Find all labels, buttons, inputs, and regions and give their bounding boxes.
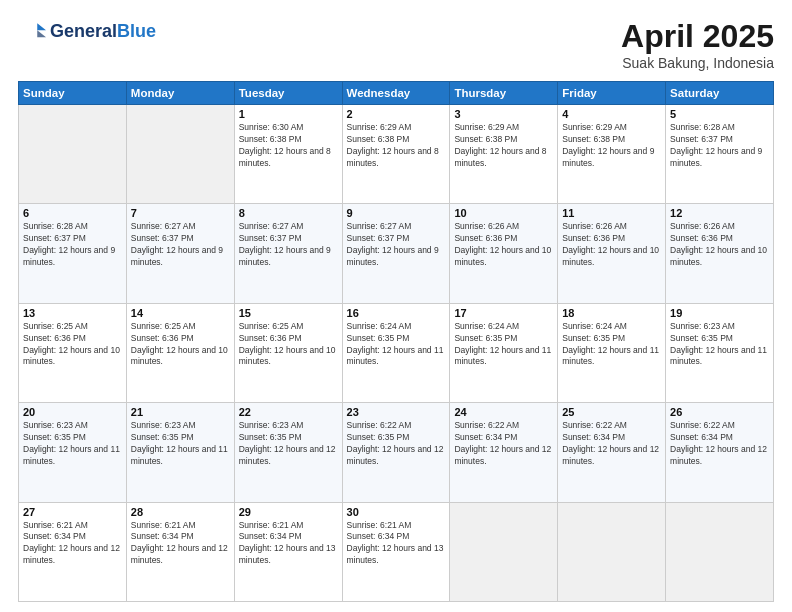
calendar-table: SundayMondayTuesdayWednesdayThursdayFrid… bbox=[18, 81, 774, 602]
day-number: 5 bbox=[670, 108, 769, 120]
day-number: 29 bbox=[239, 506, 338, 518]
svg-marker-1 bbox=[37, 30, 46, 37]
calendar-week-row: 6Sunrise: 6:28 AM Sunset: 6:37 PM Daylig… bbox=[19, 204, 774, 303]
day-number: 19 bbox=[670, 307, 769, 319]
day-info: Sunrise: 6:25 AM Sunset: 6:36 PM Dayligh… bbox=[23, 321, 122, 369]
day-info: Sunrise: 6:24 AM Sunset: 6:35 PM Dayligh… bbox=[562, 321, 661, 369]
day-info: Sunrise: 6:29 AM Sunset: 6:38 PM Dayligh… bbox=[347, 122, 446, 170]
day-number: 2 bbox=[347, 108, 446, 120]
day-number: 15 bbox=[239, 307, 338, 319]
calendar-cell bbox=[666, 502, 774, 601]
weekday-header: Monday bbox=[126, 82, 234, 105]
day-number: 21 bbox=[131, 406, 230, 418]
day-info: Sunrise: 6:21 AM Sunset: 6:34 PM Dayligh… bbox=[347, 520, 446, 568]
day-info: Sunrise: 6:23 AM Sunset: 6:35 PM Dayligh… bbox=[131, 420, 230, 468]
logo-line1: GeneralBlue bbox=[50, 22, 156, 42]
day-info: Sunrise: 6:24 AM Sunset: 6:35 PM Dayligh… bbox=[347, 321, 446, 369]
day-number: 11 bbox=[562, 207, 661, 219]
calendar-cell: 1Sunrise: 6:30 AM Sunset: 6:38 PM Daylig… bbox=[234, 105, 342, 204]
day-info: Sunrise: 6:22 AM Sunset: 6:34 PM Dayligh… bbox=[562, 420, 661, 468]
calendar-cell: 6Sunrise: 6:28 AM Sunset: 6:37 PM Daylig… bbox=[19, 204, 127, 303]
calendar-cell bbox=[126, 105, 234, 204]
day-info: Sunrise: 6:27 AM Sunset: 6:37 PM Dayligh… bbox=[239, 221, 338, 269]
calendar-cell: 26Sunrise: 6:22 AM Sunset: 6:34 PM Dayli… bbox=[666, 403, 774, 502]
weekday-row: SundayMondayTuesdayWednesdayThursdayFrid… bbox=[19, 82, 774, 105]
day-number: 13 bbox=[23, 307, 122, 319]
day-info: Sunrise: 6:23 AM Sunset: 6:35 PM Dayligh… bbox=[23, 420, 122, 468]
weekday-header: Sunday bbox=[19, 82, 127, 105]
day-number: 20 bbox=[23, 406, 122, 418]
header: GeneralBlue April 2025 Suak Bakung, Indo… bbox=[18, 18, 774, 71]
calendar-body: 1Sunrise: 6:30 AM Sunset: 6:38 PM Daylig… bbox=[19, 105, 774, 602]
calendar-cell: 2Sunrise: 6:29 AM Sunset: 6:38 PM Daylig… bbox=[342, 105, 450, 204]
svg-marker-0 bbox=[37, 23, 46, 30]
calendar-cell: 5Sunrise: 6:28 AM Sunset: 6:37 PM Daylig… bbox=[666, 105, 774, 204]
day-info: Sunrise: 6:26 AM Sunset: 6:36 PM Dayligh… bbox=[670, 221, 769, 269]
weekday-header: Thursday bbox=[450, 82, 558, 105]
weekday-header: Saturday bbox=[666, 82, 774, 105]
location: Suak Bakung, Indonesia bbox=[621, 55, 774, 71]
calendar-cell: 14Sunrise: 6:25 AM Sunset: 6:36 PM Dayli… bbox=[126, 303, 234, 402]
day-number: 14 bbox=[131, 307, 230, 319]
day-number: 6 bbox=[23, 207, 122, 219]
calendar-cell: 23Sunrise: 6:22 AM Sunset: 6:35 PM Dayli… bbox=[342, 403, 450, 502]
day-number: 7 bbox=[131, 207, 230, 219]
calendar-cell: 3Sunrise: 6:29 AM Sunset: 6:38 PM Daylig… bbox=[450, 105, 558, 204]
day-info: Sunrise: 6:26 AM Sunset: 6:36 PM Dayligh… bbox=[454, 221, 553, 269]
day-info: Sunrise: 6:27 AM Sunset: 6:37 PM Dayligh… bbox=[131, 221, 230, 269]
calendar-cell: 16Sunrise: 6:24 AM Sunset: 6:35 PM Dayli… bbox=[342, 303, 450, 402]
day-info: Sunrise: 6:22 AM Sunset: 6:34 PM Dayligh… bbox=[670, 420, 769, 468]
day-number: 30 bbox=[347, 506, 446, 518]
calendar-cell: 30Sunrise: 6:21 AM Sunset: 6:34 PM Dayli… bbox=[342, 502, 450, 601]
calendar-cell: 28Sunrise: 6:21 AM Sunset: 6:34 PM Dayli… bbox=[126, 502, 234, 601]
logo: GeneralBlue bbox=[18, 18, 156, 46]
day-number: 12 bbox=[670, 207, 769, 219]
day-info: Sunrise: 6:30 AM Sunset: 6:38 PM Dayligh… bbox=[239, 122, 338, 170]
calendar-cell: 4Sunrise: 6:29 AM Sunset: 6:38 PM Daylig… bbox=[558, 105, 666, 204]
day-number: 1 bbox=[239, 108, 338, 120]
day-info: Sunrise: 6:25 AM Sunset: 6:36 PM Dayligh… bbox=[239, 321, 338, 369]
day-info: Sunrise: 6:21 AM Sunset: 6:34 PM Dayligh… bbox=[239, 520, 338, 568]
calendar-cell: 22Sunrise: 6:23 AM Sunset: 6:35 PM Dayli… bbox=[234, 403, 342, 502]
day-info: Sunrise: 6:26 AM Sunset: 6:36 PM Dayligh… bbox=[562, 221, 661, 269]
day-number: 16 bbox=[347, 307, 446, 319]
title-block: April 2025 Suak Bakung, Indonesia bbox=[621, 18, 774, 71]
calendar-week-row: 27Sunrise: 6:21 AM Sunset: 6:34 PM Dayli… bbox=[19, 502, 774, 601]
calendar-cell: 7Sunrise: 6:27 AM Sunset: 6:37 PM Daylig… bbox=[126, 204, 234, 303]
day-info: Sunrise: 6:29 AM Sunset: 6:38 PM Dayligh… bbox=[454, 122, 553, 170]
calendar-cell: 20Sunrise: 6:23 AM Sunset: 6:35 PM Dayli… bbox=[19, 403, 127, 502]
day-number: 18 bbox=[562, 307, 661, 319]
calendar-cell: 10Sunrise: 6:26 AM Sunset: 6:36 PM Dayli… bbox=[450, 204, 558, 303]
calendar-cell: 21Sunrise: 6:23 AM Sunset: 6:35 PM Dayli… bbox=[126, 403, 234, 502]
day-info: Sunrise: 6:25 AM Sunset: 6:36 PM Dayligh… bbox=[131, 321, 230, 369]
calendar-cell: 17Sunrise: 6:24 AM Sunset: 6:35 PM Dayli… bbox=[450, 303, 558, 402]
calendar-cell bbox=[450, 502, 558, 601]
calendar-cell: 18Sunrise: 6:24 AM Sunset: 6:35 PM Dayli… bbox=[558, 303, 666, 402]
day-number: 22 bbox=[239, 406, 338, 418]
calendar-cell: 13Sunrise: 6:25 AM Sunset: 6:36 PM Dayli… bbox=[19, 303, 127, 402]
day-info: Sunrise: 6:28 AM Sunset: 6:37 PM Dayligh… bbox=[23, 221, 122, 269]
calendar-header: SundayMondayTuesdayWednesdayThursdayFrid… bbox=[19, 82, 774, 105]
calendar-week-row: 20Sunrise: 6:23 AM Sunset: 6:35 PM Dayli… bbox=[19, 403, 774, 502]
day-number: 24 bbox=[454, 406, 553, 418]
calendar-week-row: 1Sunrise: 6:30 AM Sunset: 6:38 PM Daylig… bbox=[19, 105, 774, 204]
logo-icon bbox=[18, 18, 46, 46]
weekday-header: Friday bbox=[558, 82, 666, 105]
day-info: Sunrise: 6:27 AM Sunset: 6:37 PM Dayligh… bbox=[347, 221, 446, 269]
day-number: 9 bbox=[347, 207, 446, 219]
calendar-cell: 27Sunrise: 6:21 AM Sunset: 6:34 PM Dayli… bbox=[19, 502, 127, 601]
day-info: Sunrise: 6:21 AM Sunset: 6:34 PM Dayligh… bbox=[131, 520, 230, 568]
calendar-cell: 29Sunrise: 6:21 AM Sunset: 6:34 PM Dayli… bbox=[234, 502, 342, 601]
day-number: 28 bbox=[131, 506, 230, 518]
calendar-cell bbox=[558, 502, 666, 601]
day-info: Sunrise: 6:21 AM Sunset: 6:34 PM Dayligh… bbox=[23, 520, 122, 568]
day-number: 17 bbox=[454, 307, 553, 319]
page: GeneralBlue April 2025 Suak Bakung, Indo… bbox=[0, 0, 792, 612]
day-info: Sunrise: 6:28 AM Sunset: 6:37 PM Dayligh… bbox=[670, 122, 769, 170]
calendar-cell: 9Sunrise: 6:27 AM Sunset: 6:37 PM Daylig… bbox=[342, 204, 450, 303]
day-number: 26 bbox=[670, 406, 769, 418]
calendar-cell bbox=[19, 105, 127, 204]
calendar-cell: 8Sunrise: 6:27 AM Sunset: 6:37 PM Daylig… bbox=[234, 204, 342, 303]
day-number: 8 bbox=[239, 207, 338, 219]
weekday-header: Wednesday bbox=[342, 82, 450, 105]
